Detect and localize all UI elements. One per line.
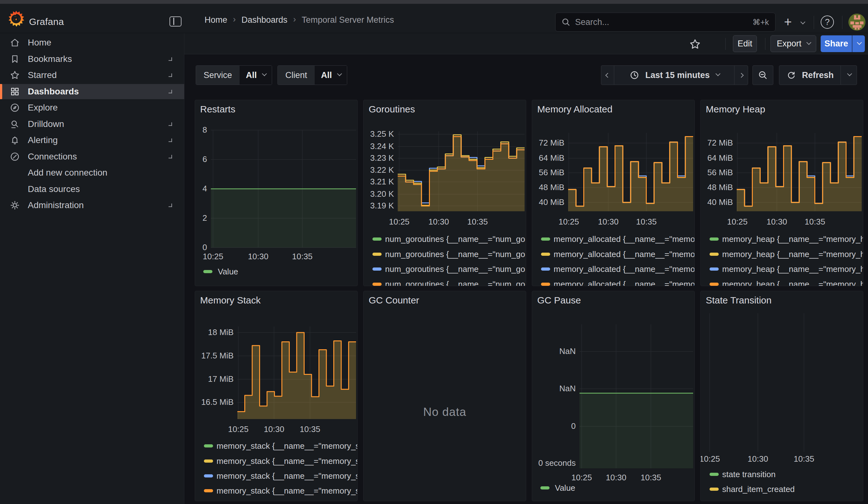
legend-series-label[interactable]: memory_allocated {__name__="memo <box>554 279 694 286</box>
legend-series-dash[interactable] <box>204 444 213 448</box>
time-range-picker[interactable]: Last 15 minutes <box>614 65 734 85</box>
legend-series-label[interactable]: memory_heap {__name__="memory_h <box>722 279 863 286</box>
legend-series-label[interactable]: Value <box>218 267 357 277</box>
export-button[interactable]: Export <box>771 35 816 52</box>
legend-series-dash[interactable] <box>710 282 719 286</box>
legend-series-label[interactable]: memory_heap {__name__="memory_h <box>722 264 863 274</box>
refresh-button[interactable]: Refresh <box>779 65 841 85</box>
legend-series-dash[interactable] <box>372 237 382 240</box>
legend-series-label[interactable]: Value <box>555 483 694 493</box>
chevron-down-icon[interactable] <box>168 138 172 142</box>
search-input[interactable]: Search... ⌘+k <box>555 13 776 32</box>
sidebar-item-administration[interactable]: Administration <box>0 198 184 213</box>
legend-series-label[interactable]: num_goroutines {__name__="num_go <box>385 264 526 274</box>
sidebar-item-connections[interactable]: Connections <box>0 149 184 164</box>
add-new-chevron-icon[interactable] <box>800 20 806 25</box>
legend-series-label[interactable]: memory_stack {__name__="memory_s <box>217 486 357 496</box>
legend-series-label[interactable]: state transition <box>722 470 863 480</box>
edit-button[interactable]: Edit <box>733 35 757 52</box>
legend-series-dash[interactable] <box>710 267 719 271</box>
chart-gcpause <box>532 291 695 501</box>
legend-series-dash[interactable] <box>540 486 549 490</box>
time-shift-back-button[interactable] <box>601 65 614 85</box>
sidebar-item-add-new-connection[interactable]: Add new connection <box>0 165 184 180</box>
sidebar-item-home[interactable]: Home <box>0 35 184 50</box>
share-options-chevron[interactable] <box>852 35 865 52</box>
breadcrumb: Home›Dashboards›Temporal Server Metrics <box>205 15 394 25</box>
legend-series-dash[interactable] <box>710 487 719 491</box>
legend-series-label[interactable]: memory_stack {__name__="memory_s <box>217 471 357 481</box>
panel-gcpause[interactable]: GC PauseNaNNaN00 seconds10:2510:3010:35V… <box>532 291 695 501</box>
window-top-strip <box>0 0 868 4</box>
panel-goroutines[interactable]: Goroutines3.25 K3.24 K3.23 K3.22 K3.21 K… <box>363 100 526 286</box>
panel-restarts[interactable]: Restarts8642010:2510:3010:35Value <box>195 100 358 286</box>
panel-gccounter[interactable]: GC CounterNo data <box>363 291 526 501</box>
chevron-down-icon[interactable] <box>168 57 172 61</box>
legend-series-dash[interactable] <box>541 282 550 286</box>
breadcrumb-home[interactable]: Home <box>205 15 227 25</box>
legend-series-label[interactable]: num_goroutines {__name__="num_go <box>385 249 526 259</box>
sidebar-item-data-sources[interactable]: Data sources <box>0 182 184 197</box>
legend-series-dash[interactable] <box>204 474 213 477</box>
chevron-down-icon[interactable] <box>168 90 172 93</box>
legend-series-label[interactable]: memory_heap {__name__="memory_h <box>722 249 863 259</box>
chevron-down-icon[interactable] <box>168 204 172 207</box>
avatar[interactable] <box>848 13 866 31</box>
y-axis-tick-label: 17 MiB <box>195 374 234 384</box>
sidebar-item-starred[interactable]: Starred <box>0 68 184 83</box>
x-axis-tick-label: 10:35 <box>457 217 498 227</box>
help-icon[interactable]: ? <box>821 16 834 29</box>
client-variable-dropdown[interactable]: Client All <box>277 65 347 85</box>
legend-series-label[interactable]: memory_heap {__name__="memory_h <box>722 234 863 244</box>
legend-series-dash[interactable] <box>541 267 550 271</box>
legend-series-dash[interactable] <box>710 253 719 256</box>
panel-memstack[interactable]: Memory Stack18 MiB17.5 MiB17 MiB16.5 MiB… <box>195 291 358 501</box>
panel-memheap[interactable]: Memory Heap72 MiB64 MiB56 MiB48 MiB40 Mi… <box>700 100 863 286</box>
legend-series-label[interactable]: memory_stack {__name__="memory_s <box>217 456 357 466</box>
home-icon <box>9 37 20 48</box>
sidebar-item-bookmarks[interactable]: Bookmarks <box>0 51 184 66</box>
legend-series-dash[interactable] <box>372 267 382 271</box>
refresh-interval-chevron[interactable] <box>840 65 857 85</box>
chevron-up-icon[interactable] <box>168 155 172 158</box>
legend-series-label[interactable]: shard_item_created <box>722 484 863 494</box>
sidebar-item-label: Alerting <box>28 135 58 145</box>
legend-series-label[interactable]: memory_allocated {__name__="memo <box>554 234 694 244</box>
breadcrumb-dashboards[interactable]: Dashboards <box>241 15 288 25</box>
sidebar-item-label: Home <box>28 38 51 48</box>
legend-series-dash[interactable] <box>541 253 550 256</box>
sidebar-item-label: Drilldown <box>28 119 64 129</box>
sidebar-item-alerting[interactable]: Alerting <box>0 133 184 148</box>
panel-memalloc[interactable]: Memory Allocated72 MiB64 MiB56 MiB48 MiB… <box>532 100 695 286</box>
legend-series-label[interactable]: num_goroutines {__name__="num_go <box>385 234 526 244</box>
zoom-out-time-button[interactable] <box>753 65 773 85</box>
legend-series-label[interactable]: memory_allocated {__name__="memo <box>554 264 694 274</box>
panel-state[interactable]: State Transition10:2510:3010:35state tra… <box>700 291 863 501</box>
time-shift-forward-button[interactable] <box>734 65 748 85</box>
sidebar-item-drilldown[interactable]: Drilldown <box>0 116 184 132</box>
legend-series-dash[interactable] <box>203 270 213 273</box>
legend-series-dash[interactable] <box>204 489 213 492</box>
star-icon <box>9 70 20 81</box>
favorite-star-icon[interactable] <box>689 38 701 51</box>
add-new-button[interactable]: + <box>784 14 792 30</box>
legend-series-dash[interactable] <box>710 237 719 240</box>
legend-series-label[interactable]: memory_allocated {__name__="memo <box>554 249 694 259</box>
sidebar-item-dashboards[interactable]: Dashboards <box>0 84 184 99</box>
chevron-down-icon[interactable] <box>168 122 172 126</box>
legend-series-dash[interactable] <box>710 473 719 476</box>
y-axis-tick-label: 16.5 MiB <box>195 397 234 407</box>
dock-sidebar-icon[interactable] <box>169 17 182 27</box>
chevron-down-icon[interactable] <box>168 74 172 77</box>
legend-series-dash[interactable] <box>204 460 213 463</box>
sidebar-item-explore[interactable]: Explore <box>0 100 184 115</box>
service-variable-dropdown[interactable]: Service All <box>196 65 272 85</box>
search-icon <box>561 17 571 27</box>
share-button[interactable]: Share <box>821 35 852 52</box>
legend-series-label[interactable]: num_goroutines {__name__="num_go <box>385 279 526 286</box>
legend-series-dash[interactable] <box>372 282 382 286</box>
legend-series-dash[interactable] <box>541 237 550 240</box>
brand-name: Grafana <box>29 17 64 27</box>
legend-series-dash[interactable] <box>372 253 382 256</box>
legend-series-label[interactable]: memory_stack {__name__="memory_s <box>217 441 357 451</box>
